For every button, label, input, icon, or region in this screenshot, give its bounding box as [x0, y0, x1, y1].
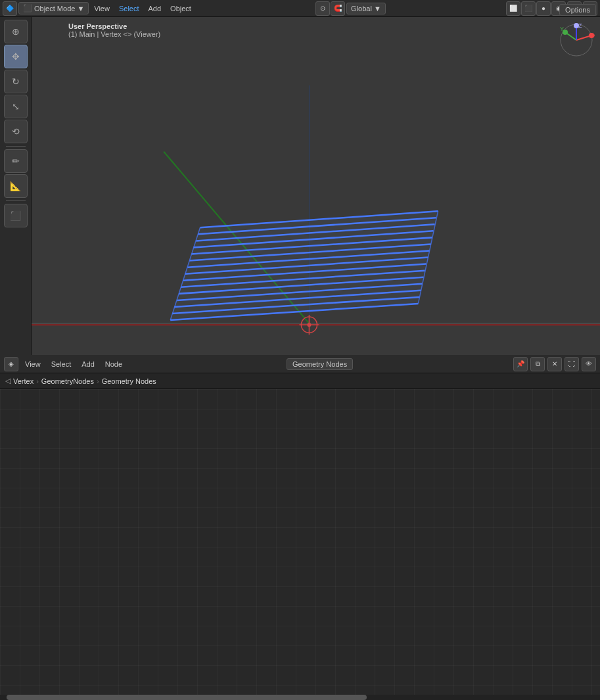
geometry-svg: [32, 17, 600, 372]
menu-view[interactable]: View: [90, 3, 114, 14]
menu-select[interactable]: Select: [115, 3, 143, 14]
solid-mode-icon[interactable]: ⬛: [521, 1, 536, 16]
connections-svg: [0, 389, 600, 700]
ne-overlay-icon[interactable]: 👁: [582, 357, 596, 371]
node-editor: ◈ View Select Add Node Geometry Nodes 📌 …: [0, 355, 600, 700]
move-tool[interactable]: ✥: [4, 45, 28, 68]
ne-copy-icon[interactable]: ⧉: [530, 357, 545, 371]
ne-pin-icon[interactable]: 📌: [513, 357, 528, 371]
ne-title: Geometry Nodes: [287, 358, 353, 370]
node-editor-header: ◈ View Select Add Node Geometry Nodes 📌 …: [0, 355, 600, 373]
node-canvas[interactable]: ▾ Multiply Value Multiply Clamp V: [0, 389, 600, 700]
ne-menu-add[interactable]: Add: [78, 359, 99, 369]
node-scrollbar[interactable]: [0, 695, 600, 700]
ne-menu-view[interactable]: View: [21, 359, 45, 369]
annotate-tool[interactable]: ✏: [4, 149, 28, 173]
svg-marker-31: [170, 211, 438, 320]
add-cube-tool[interactable]: ⬛: [4, 204, 28, 227]
menu-object[interactable]: Object: [166, 3, 195, 14]
transform-tool[interactable]: ⟲: [4, 120, 28, 143]
mode-label: Object Mode: [34, 5, 75, 12]
blender-icon[interactable]: 🔷: [3, 1, 17, 16]
mode-icon: ⬛: [23, 4, 32, 12]
global-label: Global: [351, 5, 372, 12]
bc-geometry-nodes[interactable]: Geometry Nodes: [102, 377, 156, 385]
ne-close-icon[interactable]: ✕: [547, 357, 562, 371]
proportional-edit-icon[interactable]: ⊙: [315, 1, 330, 16]
render-mode-icon[interactable]: ⬜: [506, 1, 520, 16]
viewport-3d[interactable]: ⊕ ✥ ↻ ⤡ ⟲ ✏ 📐 ⬛ User Perspective (1) Mai…: [0, 17, 600, 372]
top-menubar: 🔷 ⬛ Object Mode ▼ View Select Add Object…: [0, 0, 600, 17]
left-toolbar: ⊕ ✥ ↻ ⤡ ⟲ ✏ 📐 ⬛: [0, 17, 32, 372]
bc-vertex[interactable]: Vertex: [13, 377, 34, 385]
axis-svg: X Y Z: [559, 22, 595, 58]
svg-text:Z: Z: [578, 22, 582, 29]
snap-icon[interactable]: 🧲: [331, 1, 345, 16]
mode-chevron: ▼: [77, 5, 84, 12]
options-button[interactable]: Options: [559, 4, 596, 16]
origin-crosshair: [299, 315, 319, 335]
scrollbar-thumb[interactable]: [7, 695, 367, 700]
breadcrumb: ◁ Vertex › GeometryNodes › Geometry Node…: [0, 373, 600, 389]
measure-tool[interactable]: 📐: [4, 174, 28, 198]
mode-selector[interactable]: ⬛ Object Mode ▼: [18, 2, 89, 14]
node-editor-type-icon[interactable]: ◈: [4, 357, 18, 371]
global-chevron: ▼: [374, 5, 381, 12]
rotate-tool[interactable]: ↻: [4, 70, 28, 93]
material-mode-icon[interactable]: ●: [536, 1, 551, 16]
ne-back-icon[interactable]: ◁: [5, 377, 11, 385]
menu-add[interactable]: Add: [145, 3, 166, 14]
scale-tool[interactable]: ⤡: [4, 95, 28, 118]
snap-icons: ⊙ 🧲: [315, 1, 345, 16]
bc-geonodes[interactable]: GeometryNodes: [41, 377, 94, 385]
ne-menu-select[interactable]: Select: [47, 359, 76, 369]
toolbar-separator-1: [6, 146, 26, 147]
axis-widget[interactable]: X Y Z: [559, 22, 595, 58]
cursor-tool[interactable]: ⊕: [4, 20, 28, 43]
svg-text:Y: Y: [560, 26, 564, 32]
toolbar-separator-2: [6, 200, 26, 201]
viewport-canvas[interactable]: User Perspective (1) Main | Vertex <> (V…: [32, 17, 600, 372]
svg-text:X: X: [593, 32, 595, 39]
viewport-icons: ⬜ ⬛ ● ◉: [506, 1, 566, 16]
ne-snap-icon[interactable]: ⛶: [565, 357, 579, 371]
ne-menu-node[interactable]: Node: [101, 359, 126, 369]
transform-selector[interactable]: Global ▼: [346, 3, 386, 14]
